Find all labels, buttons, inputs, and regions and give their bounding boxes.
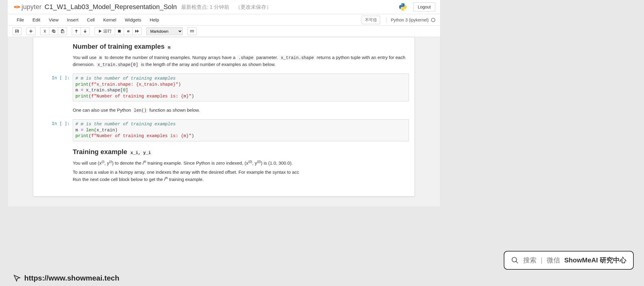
menu-kernel[interactable]: Kernel (99, 15, 121, 25)
menu-file[interactable]: File (12, 15, 28, 25)
code-cell[interactable]: In [ ]: # m is the number of training ex… (33, 118, 414, 143)
cell-type-select[interactable]: Markdown (146, 27, 183, 35)
input-prompt: In [ ]: (33, 119, 73, 141)
menu-view[interactable]: View (45, 15, 63, 25)
code-input[interactable]: # m is the number of training examples p… (73, 74, 409, 101)
copy-button[interactable] (49, 27, 58, 35)
jupyter-logo-text: jupyter (22, 3, 41, 11)
markdown-cell[interactable]: Number of training examples m You will u… (33, 37, 414, 72)
inline-code: x_train.shape (279, 55, 315, 61)
paragraph: You will use m to denote the number of t… (73, 54, 406, 68)
paste-button[interactable] (58, 27, 67, 35)
code-input[interactable]: # m is the number of training examples m… (73, 119, 409, 141)
trust-button[interactable]: 不可信 (362, 16, 380, 24)
kernel-name[interactable]: Python 3 (ipykernel) (391, 18, 429, 22)
inline-code-m: m (166, 45, 172, 50)
paste-icon (60, 29, 65, 33)
paragraph: One can also use the Python len() functi… (73, 107, 406, 114)
menu-cell[interactable]: Cell (83, 15, 99, 25)
notebook-inner: Number of training examples m You will u… (33, 37, 415, 196)
header: jupyter C1_W1_Lab03_Model_Representation… (8, 0, 440, 14)
heading-training-example: Training example x_i, y_i (73, 148, 414, 156)
menubar: File Edit View Insert Cell Kernel Widget… (8, 14, 440, 26)
run-button[interactable]: 运行 (95, 27, 115, 35)
kernel-status-icon[interactable] (431, 18, 435, 22)
plus-icon (29, 29, 33, 33)
markdown-cell[interactable]: Training example x_i, y_i You will use (… (33, 143, 414, 187)
code-cell[interactable]: In [ ]: # m is the number of training ex… (33, 72, 414, 103)
inline-code: m (98, 55, 103, 61)
logout-button[interactable]: Logout (413, 2, 435, 12)
stop-icon (117, 29, 121, 33)
refresh-icon (126, 29, 130, 33)
fast-forward-icon (135, 29, 139, 33)
arrow-down-icon (83, 29, 87, 33)
input-prompt: In [ ]: (33, 74, 73, 101)
kernel-indicator: Python 3 (ipykernel) (386, 18, 435, 22)
markdown-cell[interactable]: One can also use the Python len() functi… (33, 103, 414, 118)
inline-code: x_train.shape[0] (96, 62, 140, 67)
menu-edit[interactable]: Edit (28, 15, 45, 25)
insert-cell-button[interactable] (26, 27, 35, 35)
save-button[interactable] (12, 27, 22, 35)
play-icon (98, 29, 102, 33)
inline-code: x_i, y_i (129, 150, 152, 156)
inline-code: .shape (237, 55, 255, 61)
cut-button[interactable] (40, 27, 49, 35)
keyboard-icon (190, 29, 194, 33)
toolbar: 运行 Markdown (8, 26, 440, 37)
restart-run-all-button[interactable] (132, 27, 141, 35)
arrow-up-icon (74, 29, 78, 33)
menu-help[interactable]: Help (145, 15, 163, 25)
notebook-title[interactable]: C1_W1_Lab03_Model_Representation_Soln (45, 3, 177, 11)
restart-button[interactable] (124, 27, 133, 35)
interrupt-button[interactable] (115, 27, 124, 35)
move-down-button[interactable] (81, 27, 90, 35)
checkpoint-status: 最新检查点: 1 分钟前 (181, 4, 230, 11)
menu-widgets[interactable]: Widgets (121, 15, 145, 25)
notebook-area[interactable]: Number of training examples m You will u… (8, 37, 440, 206)
run-button-label: 运行 (103, 28, 112, 34)
jupyter-logo[interactable]: jupyter (12, 3, 41, 11)
autosave-status: （更改未保存） (235, 4, 271, 11)
jupyter-icon (12, 3, 20, 11)
command-palette-button[interactable] (188, 27, 197, 35)
inline-code: len() (132, 108, 148, 113)
menu-insert[interactable]: Insert (63, 15, 83, 25)
copy-icon (51, 29, 56, 33)
python-icon (399, 3, 407, 11)
heading-number-of-examples: Number of training examples m (73, 43, 414, 51)
save-icon (15, 29, 19, 33)
scissors-icon (43, 29, 47, 33)
move-up-button[interactable] (72, 27, 81, 35)
paragraph: To access a value in a Numpy array, one … (73, 169, 406, 183)
paragraph: You will use (x(i), y(i)) to denote the … (73, 159, 406, 167)
